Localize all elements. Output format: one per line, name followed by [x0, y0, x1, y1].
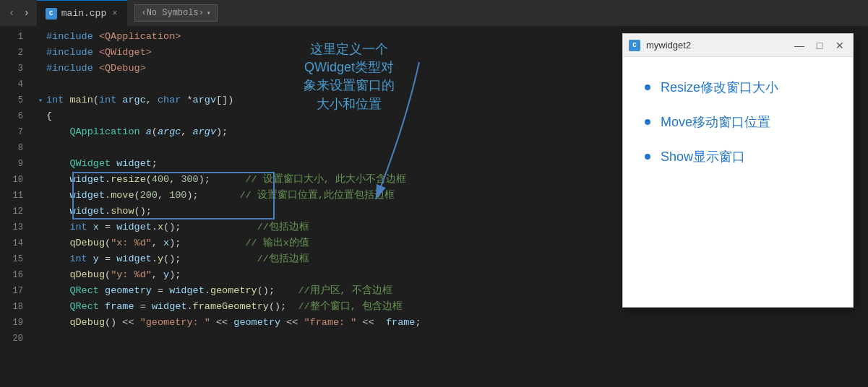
line-number: 2 [0, 45, 35, 61]
back-arrow[interactable]: ‹ [6, 6, 17, 20]
line-number: 19 [0, 315, 35, 331]
line-number: 5 [0, 92, 35, 108]
line-number: 1 [0, 29, 35, 45]
widget-list-item: Resize修改窗口大小 [645, 79, 831, 96]
widget-item-text: Resize修改窗口大小 [661, 79, 778, 96]
line-number: 4 [0, 77, 35, 92]
close-button[interactable]: ✕ [833, 40, 847, 51]
widget-list-item: Move移动窗口位置 [645, 113, 831, 131]
file-tab[interactable]: C main.cpp × [37, 0, 128, 26]
top-bar: ‹ › C main.cpp × ‹No Symbols› ▾ [0, 0, 868, 26]
nav-arrows: ‹ › [6, 6, 33, 20]
bullet-point [645, 119, 650, 125]
line-number: 20 [0, 331, 35, 347]
symbol-label: ‹No Symbols› [141, 8, 203, 18]
widget-item-text: Show显示窗口 [661, 148, 745, 165]
line-number: 15 [0, 251, 35, 267]
widget-window: C mywidget2 — □ ✕ Resize修改窗口大小Move移动窗口位置… [622, 33, 854, 308]
fold-arrow[interactable]: ▾ [35, 93, 46, 109]
file-type-icon: C [46, 8, 57, 19]
bullet-point [645, 154, 650, 160]
line-number: 8 [0, 140, 35, 156]
widget-window-icon: C [629, 40, 640, 51]
line-number: 11 [0, 188, 35, 204]
line-number: 16 [0, 267, 35, 283]
file-name: main.cpp [61, 8, 106, 19]
minimize-button[interactable]: — [792, 40, 807, 51]
tab-close-button[interactable]: × [111, 9, 119, 19]
line-number: 12 [0, 204, 35, 219]
line-number: 7 [0, 124, 35, 140]
widget-titlebar: C mywidget2 — □ ✕ [623, 34, 853, 57]
widget-body: Resize修改窗口大小Move移动窗口位置Show显示窗口 [623, 57, 853, 307]
maximize-button[interactable]: □ [812, 40, 827, 51]
symbol-dropdown-arrow: ▾ [207, 9, 211, 17]
main-content: 1#include <QApplication>2#include <QWidg… [0, 26, 868, 387]
line-number: 17 [0, 283, 35, 299]
widget-item-text: Move移动窗口位置 [661, 113, 770, 131]
line-number: 14 [0, 235, 35, 251]
line-content: qDebug() << "geometry: " << geometry << … [46, 315, 868, 331]
widget-list-item: Show显示窗口 [645, 148, 831, 165]
line-number: 3 [0, 61, 35, 77]
code-line: 20 [0, 331, 868, 347]
bullet-point [645, 84, 650, 90]
line-number: 18 [0, 299, 35, 315]
line-number: 13 [0, 219, 35, 235]
line-number: 9 [0, 156, 35, 172]
code-line: 19 qDebug() << "geometry: " << geometry … [0, 315, 868, 331]
callout-annotation: 这里定义一个QWidget类型对象来设置窗口的大小和位置 [304, 40, 395, 113]
widget-window-title: mywidget2 [646, 40, 786, 51]
line-number: 6 [0, 108, 35, 124]
window-controls: — □ ✕ [792, 40, 847, 51]
line-number: 10 [0, 172, 35, 188]
forward-arrow[interactable]: › [20, 6, 32, 20]
symbol-picker[interactable]: ‹No Symbols› ▾ [134, 4, 217, 22]
